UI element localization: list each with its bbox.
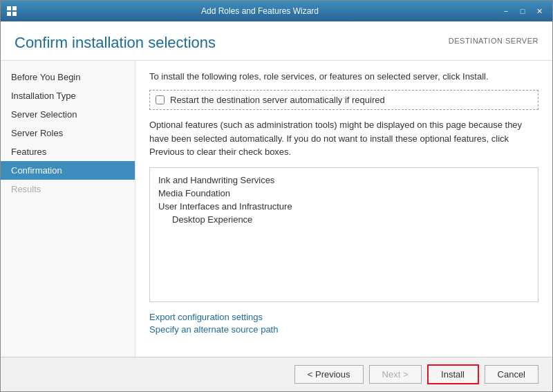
sidebar-item-server-roles[interactable]: Server Roles (1, 124, 135, 142)
content-area: Confirm installation selections DESTINAT… (1, 21, 552, 391)
sidebar-item-server-selection[interactable]: Server Selection (1, 105, 135, 124)
destination-server-label: DESTINATION SERVER (449, 34, 538, 45)
window-title: Add Roles and Features Wizard (21, 6, 498, 16)
sidebar-item-confirmation[interactable]: Confirmation (1, 161, 135, 180)
body-area: Before You Begin Installation Type Serve… (1, 61, 552, 357)
close-button[interactable]: ✕ (532, 4, 547, 18)
svg-rect-1 (12, 6, 17, 10)
install-button[interactable]: Install (427, 364, 479, 384)
title-bar: Add Roles and Features Wizard − □ ✕ (1, 1, 552, 21)
feature-item-desktop: Desktop Experience (158, 213, 529, 226)
page-header: Confirm installation selections DESTINAT… (1, 21, 552, 61)
intro-text: To install the following roles, role ser… (149, 71, 538, 82)
main-panel: To install the following roles, role ser… (135, 61, 552, 357)
sidebar-item-before-you-begin[interactable]: Before You Begin (1, 68, 135, 86)
window-icon (6, 6, 17, 17)
alternate-source-link[interactable]: Specify an alternate source path (149, 324, 538, 335)
previous-button[interactable]: < Previous (294, 365, 364, 384)
optional-text: Optional features (such as administratio… (149, 118, 538, 159)
restart-checkbox[interactable] (156, 95, 165, 104)
sidebar-item-features[interactable]: Features (1, 142, 135, 161)
footer: < Previous Next > Install Cancel (1, 357, 552, 391)
export-config-link[interactable]: Export configuration settings (149, 312, 538, 322)
features-list-box: Ink and Handwriting Services Media Found… (149, 167, 538, 302)
page-title: Confirm installation selections (15, 34, 216, 52)
cancel-button[interactable]: Cancel (485, 365, 538, 384)
svg-rect-0 (7, 6, 11, 10)
feature-item-ui: User Interfaces and Infrastructure (158, 200, 529, 213)
svg-rect-3 (12, 12, 17, 16)
minimize-button[interactable]: − (498, 4, 514, 18)
next-button[interactable]: Next > (369, 365, 422, 384)
window-controls: − □ ✕ (498, 4, 547, 18)
wizard-window: Add Roles and Features Wizard − □ ✕ Conf… (0, 0, 553, 392)
feature-item-media: Media Foundation (158, 187, 529, 200)
svg-rect-2 (7, 12, 11, 16)
feature-item-ink: Ink and Handwriting Services (158, 174, 529, 187)
sidebar: Before You Begin Installation Type Serve… (1, 61, 135, 357)
maximize-button[interactable]: □ (515, 4, 530, 18)
sidebar-item-installation-type[interactable]: Installation Type (1, 86, 135, 105)
sidebar-item-results: Results (1, 180, 135, 198)
restart-checkbox-label[interactable]: Restart the destination server automatic… (170, 95, 385, 105)
links-area: Export configuration settings Specify an… (149, 312, 538, 335)
restart-checkbox-row: Restart the destination server automatic… (149, 90, 538, 110)
